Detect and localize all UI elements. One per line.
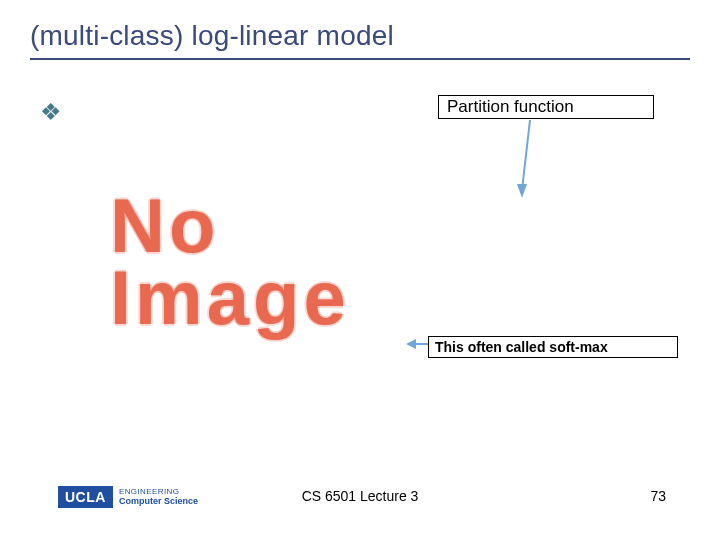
partition-function-label: Partition function <box>438 95 654 119</box>
missing-image-placeholder: No Image <box>110 190 470 334</box>
page-number: 73 <box>650 488 666 504</box>
svg-marker-3 <box>406 339 416 349</box>
footer-lecture-label: CS 6501 Lecture 3 <box>0 488 720 504</box>
title-underline: (multi-class) log-linear model <box>30 20 690 60</box>
placeholder-line-2: Image <box>110 262 470 334</box>
svg-marker-1 <box>517 184 527 198</box>
slide-title: (multi-class) log-linear model <box>30 20 690 52</box>
softmax-label: This often called soft-max <box>428 336 678 358</box>
bullet-row: ❖ <box>40 100 62 124</box>
placeholder-line-1: No <box>110 190 470 262</box>
partition-arrow-icon <box>500 120 560 210</box>
diamond-bullet-icon: ❖ <box>40 98 62 125</box>
svg-line-0 <box>522 120 530 190</box>
slide: (multi-class) log-linear model ❖ Partiti… <box>0 0 720 540</box>
